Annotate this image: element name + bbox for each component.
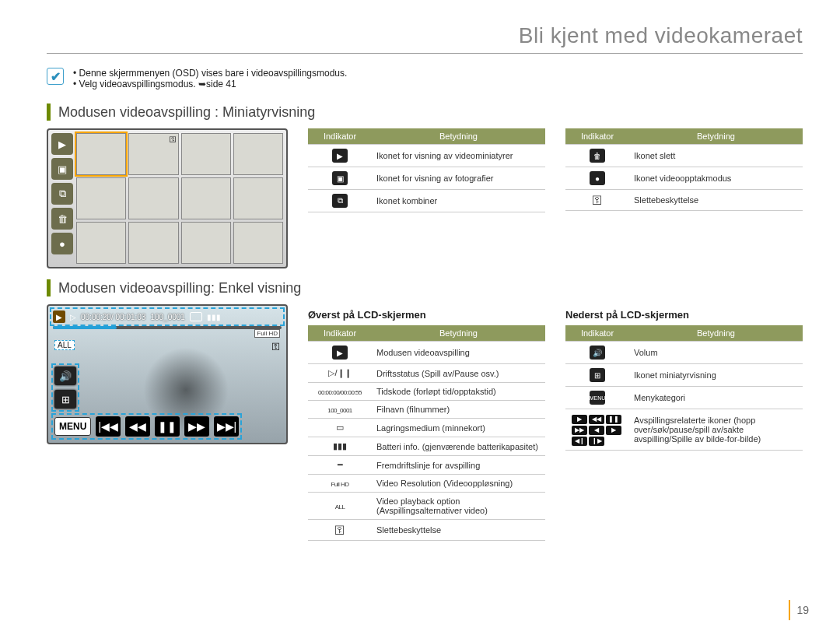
timecode-icon: 00:00:00/00:00:55 bbox=[318, 389, 362, 396]
video-thumb-icon: ▶ bbox=[332, 149, 348, 163]
section-heading: Modusen videoavspilling : Miniatyrvisnin… bbox=[47, 103, 803, 121]
menu-icon: MENU bbox=[590, 391, 605, 405]
thumb-cell[interactable]: ⚿ bbox=[128, 133, 178, 175]
thumb-cell[interactable] bbox=[181, 222, 231, 264]
meaning-cell: Ikonet for visning av fotografier bbox=[372, 167, 545, 190]
filename-icon: 100_0001 bbox=[327, 407, 352, 414]
filename-text: 100_0001 bbox=[150, 313, 185, 321]
meaning-cell: Lagringsmedium (minnekort) bbox=[372, 419, 545, 437]
meaning-cell: Modusen videoavspilling bbox=[372, 342, 545, 364]
battery-icon: ▮▮▮ bbox=[333, 441, 347, 451]
resolution-badge: Full HD bbox=[254, 329, 280, 338]
th-indicator: Indikator bbox=[308, 325, 372, 342]
indicator-table-mini-a: Indikator Betydning ▶Ikonet for visning … bbox=[308, 128, 545, 212]
thumb-cell[interactable] bbox=[233, 177, 283, 219]
page-title: Bli kjent med videokameraet bbox=[47, 23, 803, 54]
trash-icon[interactable]: 🗑 bbox=[51, 208, 73, 230]
thumb-cell[interactable] bbox=[181, 177, 231, 219]
playback-mode-icon: ▶ bbox=[53, 310, 65, 323]
meaning-cell: Ikonet for visning av videominiatyrer bbox=[372, 145, 545, 167]
indicator-table-bottom-lcd: Indikator Betydning 🔊Volum ⊞Ikonet minia… bbox=[565, 325, 803, 451]
subheading-top-lcd: Øverst på LCD-skjermen bbox=[308, 309, 545, 321]
th-meaning: Betydning bbox=[629, 128, 803, 145]
resolution-icon: Full HD bbox=[331, 481, 348, 488]
meaning-cell: Slettebeskyttelse bbox=[629, 190, 803, 211]
play-pause-icon: ▷ bbox=[70, 313, 76, 321]
photo-thumb-icon[interactable]: ▣ bbox=[51, 158, 73, 180]
meaning-cell: Filnavn (filnummer) bbox=[372, 401, 545, 419]
battery-icon: ▮▮▮ bbox=[207, 313, 221, 321]
combine-icon[interactable]: ⧉ bbox=[51, 183, 73, 205]
playback-controls-icon: ▶◀◀❚❚▶▶◀▶◀❙❙▶ bbox=[572, 415, 623, 446]
photo-thumb-icon: ▣ bbox=[332, 171, 348, 185]
thumbnail-view-button[interactable]: ⊞ bbox=[54, 390, 76, 409]
meaning-cell: Ikonet miniatyrvisning bbox=[629, 364, 803, 387]
meaning-cell: Driftsstatus (Spill av/Pause osv.) bbox=[372, 364, 545, 383]
accent-bar bbox=[47, 103, 51, 121]
section-title: Modusen videoavspilling : Miniatyrvisnin… bbox=[58, 104, 315, 121]
storage-icon bbox=[190, 312, 202, 321]
th-indicator: Indikator bbox=[565, 325, 629, 342]
protect-icon: ⚿ bbox=[592, 194, 603, 206]
check-icon: ✔ bbox=[47, 68, 64, 85]
page-accent bbox=[789, 600, 790, 620]
record-mode-icon[interactable]: ● bbox=[51, 233, 73, 254]
menu-button[interactable]: MENU bbox=[54, 417, 91, 436]
video-thumb-icon[interactable]: ▶ bbox=[51, 133, 73, 155]
thumb-cell[interactable] bbox=[76, 177, 126, 219]
single-view-panel: ▶ ▷ 00:00:20/ 00:01:03 100_0001 ▮▮▮ ALL … bbox=[47, 304, 288, 444]
thumbnail-view-icon: ⊞ bbox=[590, 368, 605, 382]
thumb-cell[interactable] bbox=[181, 133, 231, 175]
meaning-cell: Video playback option (Avspillingsaltern… bbox=[372, 493, 545, 520]
progress-bar[interactable] bbox=[53, 326, 282, 329]
section-heading: Modusen videoavspilling: Enkel visning bbox=[47, 279, 803, 296]
delete-icon: 🗑 bbox=[590, 149, 605, 163]
thumb-cell[interactable] bbox=[76, 133, 126, 175]
thumb-cell[interactable] bbox=[128, 177, 178, 219]
section-title: Modusen videoavspilling: Enkel visning bbox=[58, 280, 301, 296]
meaning-cell: Tidskode (forløpt tid/opptakstid) bbox=[372, 383, 545, 401]
th-meaning: Betydning bbox=[372, 325, 545, 342]
meaning-cell: Ikonet slett bbox=[629, 145, 803, 167]
forward-button[interactable]: ▶▶ bbox=[184, 416, 209, 437]
th-meaning: Betydning bbox=[372, 128, 545, 145]
meaning-cell: Avspillingsrelaterte ikoner (hopp over/s… bbox=[629, 409, 803, 451]
thumbnail-panel: ▶ ▣ ⧉ 🗑 ● ⚿ bbox=[47, 128, 288, 268]
protect-icon: ⚿ bbox=[271, 342, 280, 351]
thumb-cell[interactable] bbox=[233, 133, 283, 175]
rewind-button[interactable]: ◀◀ bbox=[125, 416, 150, 437]
indicator-table-top-lcd: Indikator Betydning ▶Modusen videoavspil… bbox=[308, 325, 545, 541]
meaning-cell: Video Resolution (Videooppløsning) bbox=[372, 475, 545, 493]
volume-icon: 🔊 bbox=[590, 346, 605, 360]
meaning-cell: Fremdriftslinje for avspilling bbox=[372, 456, 545, 475]
volume-button[interactable]: 🔊 bbox=[54, 367, 76, 385]
subheading-bottom-lcd: Nederst på LCD-skjermen bbox=[565, 309, 803, 321]
page-number: 19 bbox=[789, 600, 809, 620]
timecode-text: 00:00:20/ 00:01:03 bbox=[81, 313, 145, 321]
meaning-cell: Volum bbox=[629, 342, 803, 364]
skip-fwd-button[interactable]: ▶▶| bbox=[214, 416, 239, 437]
meaning-cell: Slettebeskyttelse bbox=[372, 520, 545, 541]
note-block: ✔ Denne skjermmenyen (OSD) vises bare i … bbox=[47, 68, 803, 89]
thumb-cell[interactable] bbox=[76, 222, 126, 264]
indicator-table-mini-b: Indikator Betydning 🗑Ikonet slett ●Ikone… bbox=[565, 128, 803, 211]
combine-icon: ⧉ bbox=[332, 194, 348, 208]
lock-icon: ⚿ bbox=[170, 135, 177, 143]
meaning-cell: Ikonet kombiner bbox=[372, 190, 545, 212]
progress-icon: ━ bbox=[338, 460, 343, 469]
record-mode-icon: ● bbox=[590, 171, 605, 185]
pause-button[interactable]: ❚❚ bbox=[155, 416, 180, 437]
playback-mode-icon: ▶ bbox=[332, 346, 348, 360]
note-line: Denne skjermmenyen (OSD) vises bare i vi… bbox=[73, 68, 347, 79]
protect-icon: ⚿ bbox=[334, 524, 345, 536]
meaning-cell: Ikonet videoopptakmodus bbox=[629, 167, 803, 190]
th-meaning: Betydning bbox=[629, 325, 803, 342]
th-indicator: Indikator bbox=[308, 128, 372, 145]
thumb-cell[interactable] bbox=[233, 222, 283, 264]
meaning-cell: Batteri info. (gjenværende batterikapasi… bbox=[372, 437, 545, 456]
playback-option-badge: ALL bbox=[54, 340, 75, 350]
play-pause-icon: ▷/❙❙ bbox=[328, 368, 351, 377]
skip-back-button[interactable]: |◀◀ bbox=[96, 416, 121, 437]
thumb-cell[interactable] bbox=[128, 222, 178, 264]
meaning-cell: Menykategori bbox=[629, 387, 803, 409]
